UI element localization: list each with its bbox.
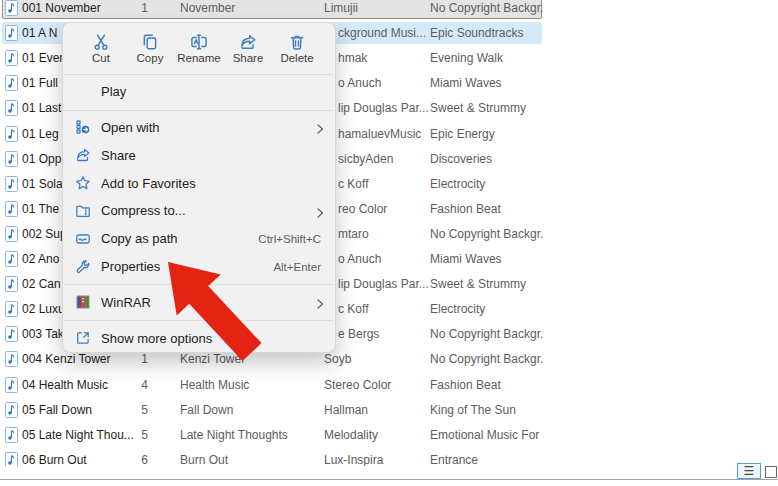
- artist-name: lip Douglas Par...: [338, 96, 429, 121]
- music-file-icon: [5, 276, 18, 292]
- music-file-icon: [5, 226, 18, 242]
- track-number: 5: [118, 398, 148, 423]
- song-title: Fall Down: [180, 398, 320, 423]
- menu-item-compress-to[interactable]: Compress to...: [63, 197, 335, 225]
- quick-action-copy[interactable]: Copy: [128, 28, 172, 70]
- quick-action-label: Copy: [137, 52, 164, 64]
- track-number: 1: [118, 0, 148, 21]
- wrench-icon: [75, 259, 91, 275]
- winrar-icon: [75, 294, 91, 310]
- artist-name: lip Douglas Par...: [338, 272, 429, 297]
- menu-item-label: Properties: [101, 259, 273, 274]
- music-file-icon: [5, 402, 18, 418]
- album-name: Discoveries: [430, 147, 544, 172]
- quick-action-delete[interactable]: Delete: [275, 28, 319, 70]
- artist-name: reo Color: [338, 197, 429, 222]
- file-row[interactable]: 05 Late Night Thou...5Late Night Thought…: [0, 423, 560, 448]
- quick-actions-row: CutCopyRenameShareDelete: [63, 28, 335, 70]
- share-icon: [75, 147, 91, 163]
- track-number: 5: [118, 423, 148, 448]
- artist-name: c Koff: [338, 172, 429, 197]
- share-icon: [239, 33, 257, 51]
- grid-view-icon[interactable]: [765, 466, 777, 478]
- menu-item-properties[interactable]: PropertiesAlt+Enter: [63, 253, 335, 281]
- menu-item-add-to-favorites[interactable]: Add to Favorites: [63, 169, 335, 197]
- menu-separator: [63, 316, 335, 324]
- menu-item-label: Show more options: [101, 331, 325, 346]
- status-bar-divider: [0, 479, 778, 480]
- file-row[interactable]: 001 November1NovemberLimujiiNo Copyright…: [0, 0, 560, 21]
- menu-item-open-with[interactable]: Open with: [63, 113, 335, 141]
- music-file-icon: [5, 75, 18, 91]
- menu-item-label: Share: [101, 148, 325, 163]
- artist-name: Soyb: [324, 347, 429, 372]
- quick-action-cut[interactable]: Cut: [79, 28, 123, 70]
- quick-action-label: Cut: [92, 52, 110, 64]
- album-name: Sweet & Strummy: [430, 96, 544, 121]
- menu-item-label: WinRAR: [101, 295, 311, 310]
- artist-name: mtaro: [338, 222, 429, 247]
- open-with-icon: [75, 119, 91, 135]
- copy-path-icon: [75, 231, 91, 247]
- artist-name: c Koff: [338, 297, 429, 322]
- album-name: Miami Waves: [430, 247, 544, 272]
- menu-item-label: Open with: [101, 120, 311, 135]
- artist-name: ckground Musi...: [338, 21, 429, 46]
- menu-separator: [63, 70, 335, 78]
- status-bar: ☰: [0, 466, 778, 486]
- song-title: November: [180, 0, 320, 21]
- menu-item-label: Play: [101, 84, 325, 99]
- menu-item-copy-as-path[interactable]: Copy as pathCtrl+Shift+C: [63, 225, 335, 253]
- artist-name: sicbyAden: [338, 147, 429, 172]
- scissors-icon: [92, 33, 110, 51]
- menu-item-share[interactable]: Share: [63, 141, 335, 169]
- menu-separator: [63, 280, 335, 288]
- music-file-icon: [5, 0, 18, 16]
- artist-name: o Anuch: [338, 247, 429, 272]
- file-explorer-window: 001 November1NovemberLimujiiNo Copyright…: [0, 0, 778, 486]
- music-file-icon: [5, 351, 18, 367]
- artist-name: hamaluevMusic: [338, 122, 429, 147]
- music-file-icon: [5, 50, 18, 66]
- album-name: Electrocity: [430, 172, 544, 197]
- album-name: No Copyright Backgr...: [430, 0, 544, 21]
- menu-item-label: Copy as path: [101, 231, 258, 246]
- chevron-right-icon: [315, 205, 325, 217]
- menu-separator: [63, 106, 335, 114]
- album-name: Fashion Beat: [430, 373, 544, 398]
- show-more-icon: [75, 330, 91, 346]
- artist-name: Melodality: [324, 423, 429, 448]
- quick-action-rename[interactable]: Rename: [177, 28, 221, 70]
- music-file-icon: [5, 126, 18, 142]
- music-file-icon: [5, 251, 18, 267]
- file-row[interactable]: 04 Health Music4Health MusicStereo Color…: [0, 373, 560, 398]
- music-file-icon: [5, 100, 18, 116]
- music-file-icon: [5, 176, 18, 192]
- music-file-icon: [5, 25, 18, 41]
- artist-name: Limujii: [324, 0, 429, 21]
- compress-icon: [75, 203, 91, 219]
- menu-item-show-more-options[interactable]: Show more options: [63, 324, 335, 352]
- star-icon: [75, 175, 91, 191]
- copy-icon: [141, 33, 159, 51]
- menu-item-play[interactable]: Play: [63, 78, 335, 106]
- details-view-icon[interactable]: ☰: [737, 463, 761, 479]
- album-name: Evening Walk: [430, 46, 544, 71]
- album-name: Fashion Beat: [430, 197, 544, 222]
- music-file-icon: [5, 377, 18, 393]
- trash-icon: [288, 33, 306, 51]
- music-file-icon: [5, 427, 18, 443]
- menu-item-label: Add to Favorites: [101, 176, 325, 191]
- artist-name: hmak: [338, 46, 429, 71]
- music-file-icon: [5, 151, 18, 167]
- album-name: Sweet & Strummy: [430, 272, 544, 297]
- quick-action-share[interactable]: Share: [226, 28, 270, 70]
- menu-item-winrar[interactable]: WinRAR: [63, 288, 335, 316]
- album-name: King of The Sun: [430, 398, 544, 423]
- album-name: Emotional Music For ...: [430, 423, 544, 448]
- file-row[interactable]: 05 Fall Down5Fall DownHallmanKing of The…: [0, 398, 560, 423]
- music-file-icon: [5, 301, 18, 317]
- menu-item-label: Compress to...: [101, 203, 311, 218]
- artist-name: o Anuch: [338, 71, 429, 96]
- music-file-icon: [5, 326, 18, 342]
